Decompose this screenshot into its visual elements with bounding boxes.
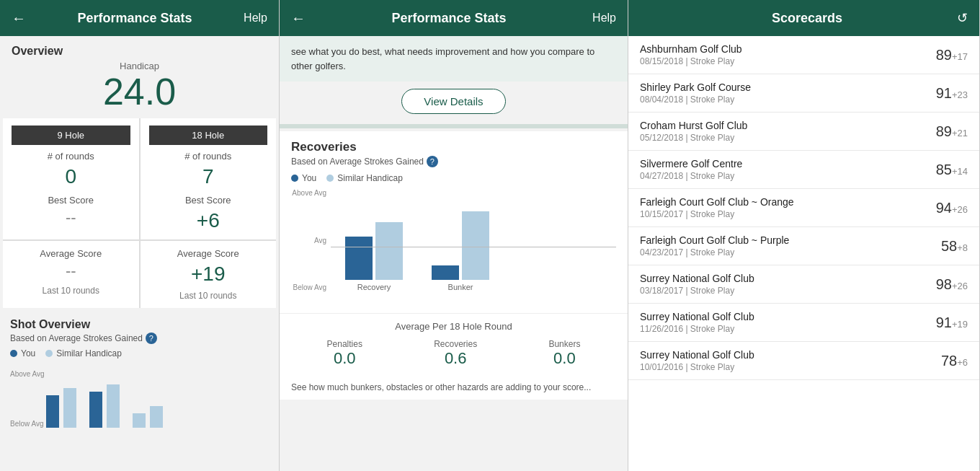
header-2: ← Performance Stats Help — [280, 0, 628, 36]
scorecard-score: 98+26 — [936, 276, 968, 293]
shot-title: Shot Overview — [10, 318, 269, 331]
stat-9hole-avg: Average Score -- Last 10 rounds — [3, 241, 139, 308]
bunker-bar-label: Bunker — [448, 283, 473, 291]
shot-subtitle: Based on Average Strokes Gained ? — [10, 333, 269, 344]
scorecard-meta: 03/18/2017 | Stroke Play — [640, 286, 754, 296]
18hole-avg-label: Average Score — [177, 248, 239, 259]
scorecard-row[interactable]: Farleigh Court Golf Club ~ Orange 10/15/… — [628, 189, 979, 227]
bunkers-label: Bunkers — [548, 339, 580, 349]
scorecard-row[interactable]: Croham Hurst Golf Club 05/12/2018 | Stro… — [628, 113, 979, 151]
help-button-2[interactable]: Help — [592, 12, 616, 25]
scorecard-row[interactable]: Ashburnham Golf Club 08/15/2018 | Stroke… — [628, 36, 979, 74]
y-above-avg: Above Avg — [291, 189, 326, 197]
refresh-button[interactable]: ↺ — [957, 10, 968, 26]
scorecard-name: Surrey National Golf Club — [640, 349, 754, 361]
header-3: Scorecards ↺ — [628, 0, 979, 36]
you-dot — [10, 350, 17, 357]
scorecard-list: Ashburnham Golf Club 08/15/2018 | Stroke… — [628, 36, 979, 471]
scorecard-info: Croham Hurst Golf Club 05/12/2018 | Stro… — [640, 120, 747, 143]
recoveries-value: 0.6 — [434, 349, 477, 368]
panel2-title: Performance Stats — [392, 11, 507, 26]
18hole-header: 18 Hole — [149, 126, 268, 145]
scorecard-score: 78+6 — [941, 353, 968, 369]
scorecard-name: Surrey National Golf Club — [640, 311, 754, 322]
recoveries-stat: Recoveries 0.6 — [434, 339, 477, 368]
recoveries-label: Recoveries — [434, 339, 477, 349]
scorecard-row[interactable]: Surrey National Golf Club 10/01/2016 | S… — [628, 342, 979, 380]
scorecard-diff: +26 — [952, 281, 968, 291]
scorecard-info: Silvermere Golf Centre 04/27/2018 | Stro… — [640, 158, 742, 181]
scorecard-info: Shirley Park Golf Course 08/04/2018 | St… — [640, 82, 751, 105]
help-button[interactable]: Help — [244, 12, 267, 25]
scorecard-meta: 08/15/2018 | Stroke Play — [640, 56, 742, 66]
scorecard-row[interactable]: Silvermere Golf Centre 04/27/2018 | Stro… — [628, 151, 979, 189]
recoveries-subtitle: Based on Average Strokes Gained ? — [291, 156, 616, 167]
scorecard-score: 58+8 — [941, 238, 968, 255]
scorecard-score: 89+21 — [936, 123, 968, 140]
panel-3: Scorecards ↺ Ashburnham Golf Club 08/15/… — [628, 0, 980, 471]
scorecard-diff: +26 — [952, 204, 968, 215]
recoveries-title: Recoveries — [291, 140, 616, 154]
rec-legend-similar: Similar Handicap — [326, 173, 403, 183]
scorecard-meta: 10/01/2016 | Stroke Play — [640, 362, 754, 372]
scorecard-info: Farleigh Court Golf Club ~ Orange 10/15/… — [640, 196, 794, 219]
scorecards-title: Scorecards — [772, 11, 842, 26]
back-button-2[interactable]: ← — [291, 10, 306, 27]
scorecard-row[interactable]: Surrey National Golf Club 03/18/2017 | S… — [628, 265, 979, 304]
section-divider — [280, 124, 628, 128]
scorecard-name: Silvermere Golf Centre — [640, 158, 742, 170]
bottom-text: See how much bunkers, obstacles or other… — [280, 375, 628, 400]
penalties-label: Penalties — [327, 339, 362, 349]
above-avg-label: Above Avg — [10, 370, 45, 378]
view-details-button[interactable]: View Details — [401, 89, 505, 114]
18hole-best-label: Best Score — [185, 195, 231, 206]
rec-you-dot — [291, 175, 298, 182]
scorecard-score: 91+23 — [936, 85, 968, 102]
scorecard-info: Surrey National Golf Club 03/18/2017 | S… — [640, 273, 754, 296]
bunkers-value: 0.0 — [548, 349, 580, 368]
shot-chart: Above Avg Below Avg — [0, 364, 279, 471]
scorecard-diff: +6 — [957, 357, 968, 368]
help-icon[interactable]: ? — [146, 333, 157, 344]
header-1: ← Performance Stats Help — [0, 0, 279, 36]
overview-label: Overview — [12, 45, 267, 58]
scorecard-diff: +14 — [952, 166, 968, 177]
9hole-avg-value: -- — [66, 262, 76, 281]
shot-overview: Shot Overview Based on Average Strokes G… — [0, 308, 279, 364]
scorecard-row[interactable]: Surrey National Golf Club 11/26/2016 | S… — [628, 304, 979, 342]
handicap-value: 24.0 — [12, 71, 267, 113]
9hole-best-value: -- — [66, 208, 76, 227]
scorecard-score: 85+14 — [936, 162, 968, 178]
stat-18hole: 18 Hole # of rounds 7 Best Score +6 — [141, 118, 277, 239]
18hole-last10: Last 10 rounds — [179, 291, 236, 301]
scorecard-score: 94+26 — [936, 200, 968, 216]
y-avg: Avg — [291, 237, 326, 245]
18hole-rounds-label: # of rounds — [184, 151, 231, 162]
rec-you-label: You — [302, 173, 316, 183]
9hole-last10: Last 10 rounds — [43, 286, 99, 296]
scorecard-meta: 05/12/2018 | Stroke Play — [640, 133, 747, 143]
handicap-label: Handicap — [12, 61, 267, 71]
scorecard-row[interactable]: Farleigh Court Golf Club ~ Purple 04/23/… — [628, 227, 979, 265]
9hole-header: 9 Hole — [12, 126, 130, 145]
scorecard-name: Farleigh Court Golf Club ~ Orange — [640, 196, 794, 208]
recoveries-help-icon[interactable]: ? — [427, 156, 438, 167]
avg-title: Average Per 18 Hole Round — [291, 321, 616, 332]
scorecard-name: Ashburnham Golf Club — [640, 43, 742, 55]
y-below-avg: Below Avg — [291, 283, 326, 291]
scorecard-diff: +21 — [952, 128, 968, 138]
9hole-best-label: Best Score — [48, 195, 94, 206]
stat-18hole-avg: Average Score +19 Last 10 rounds — [141, 241, 277, 308]
overview-section: Overview Handicap 24.0 — [0, 36, 279, 118]
scorecard-score: 89+17 — [936, 47, 968, 63]
scorecard-score: 91+19 — [936, 314, 968, 331]
rec-legend-you: You — [291, 173, 316, 183]
back-button[interactable]: ← — [12, 10, 26, 27]
rec-similar-label: Similar Handicap — [337, 173, 403, 183]
scorecard-info: Surrey National Golf Club 10/01/2016 | S… — [640, 349, 754, 372]
stat-9hole: 9 Hole # of rounds 0 Best Score -- — [3, 118, 139, 239]
scorecard-diff: +23 — [952, 89, 968, 100]
scorecard-meta: 04/27/2018 | Stroke Play — [640, 171, 742, 181]
stats-grid: 9 Hole # of rounds 0 Best Score -- 18 Ho… — [3, 118, 276, 308]
scorecard-row[interactable]: Shirley Park Golf Course 08/04/2018 | St… — [628, 74, 979, 113]
